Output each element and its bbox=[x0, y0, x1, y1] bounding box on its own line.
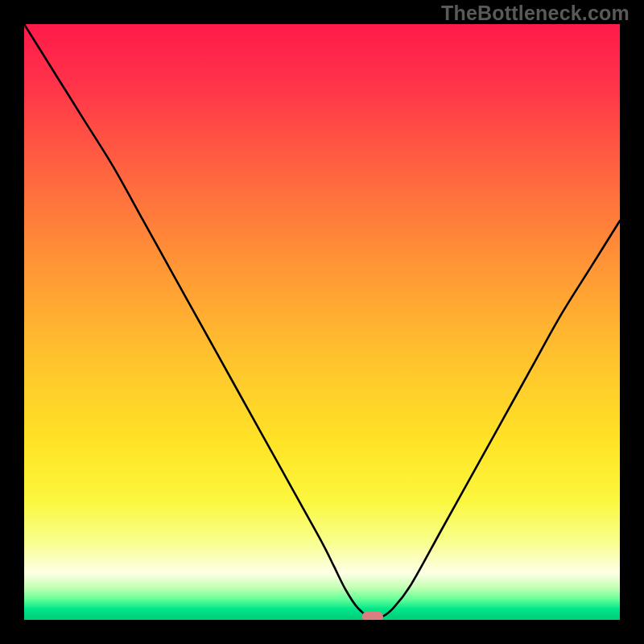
plot-area bbox=[24, 24, 620, 620]
background-gradient bbox=[24, 24, 620, 620]
chart-container: TheBottleneck.com bbox=[0, 0, 644, 644]
watermark-text: TheBottleneck.com bbox=[441, 2, 630, 25]
chart-svg bbox=[24, 24, 620, 620]
optimal-marker bbox=[362, 612, 383, 620]
